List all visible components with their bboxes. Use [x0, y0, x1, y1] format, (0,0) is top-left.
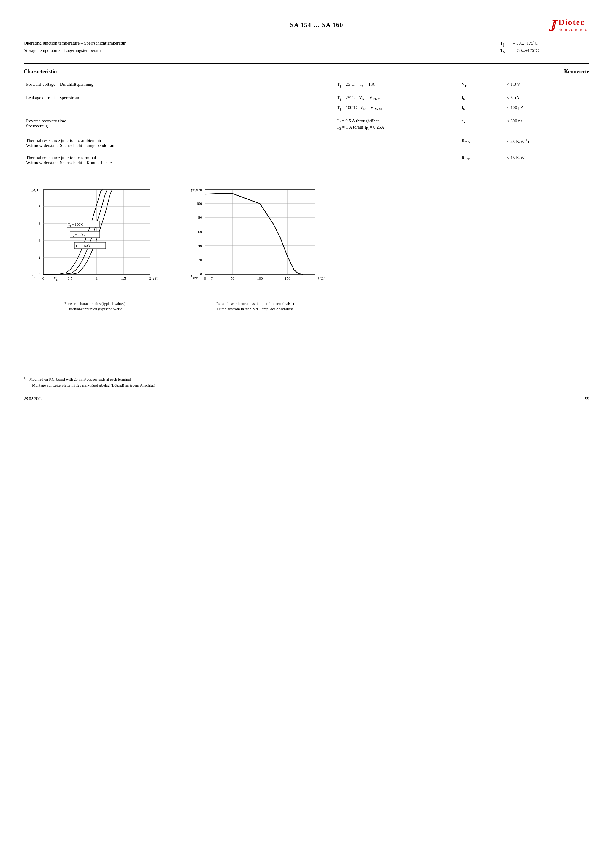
svg-text:80: 80 [198, 215, 202, 220]
lc-cond-2: Tj = 100˚C VR = VRRM [335, 103, 459, 113]
svg-text:50: 50 [231, 276, 235, 281]
char-row-thermal-ambient: Thermal resistance junction to ambient a… [24, 136, 589, 150]
characteristics-title: Characteristics [24, 68, 59, 75]
svg-text:T: T [211, 276, 213, 281]
chart1-area: 0 2 4 6 8 10 [A] 0 0,5 1 1,5 2 [V] V F I… [27, 185, 163, 299]
temp-specs: Operating junction temperature – Sperrsc… [24, 41, 589, 54]
char-row-thermal-terminal: Thermal resistance junction to terminal … [24, 153, 589, 167]
chart1-caption: Forward characteristics (typical values)… [27, 301, 163, 312]
logo-area: 𝕁 Diotec Semiconductor [550, 18, 589, 32]
svg-text:F: F [56, 279, 58, 281]
svg-text:20: 20 [198, 258, 202, 262]
footer-page: 99 [585, 397, 589, 401]
fv-param: Forward voltage – Durchlaßspannung [24, 80, 335, 90]
tt-value: < 15 K/W [505, 153, 589, 167]
svg-text:120: 120 [197, 188, 202, 192]
ta-cond [335, 136, 459, 150]
char-row-recovery: Reverse recovery timeSperrverzug IF = 0.… [24, 117, 589, 133]
footer-note-2: Montage auf Leiterplatte mit 25 mm² Kupf… [32, 383, 589, 388]
lc-value-1: < 5 μA [505, 93, 589, 103]
svg-text:I: I [31, 274, 33, 278]
svg-text:10: 10 [37, 188, 40, 192]
page-header: SA 154 … SA 160 𝕁 Diotec Semiconductor [24, 18, 589, 35]
section-divider [24, 63, 589, 64]
logo-brand: Diotec [559, 18, 589, 27]
svg-text:0,5: 0,5 [68, 276, 73, 281]
char-row-forward-voltage: Forward voltage – Durchlaßspannung Tj = … [24, 80, 589, 90]
svg-text:6: 6 [39, 221, 41, 226]
fv-value: < 1.3 V [505, 80, 589, 90]
svg-text:4: 4 [39, 238, 41, 243]
tt-symbol: RthT [459, 153, 505, 167]
characteristics-table: Forward voltage – Durchlaßspannung Tj = … [24, 80, 589, 167]
logo-icon: 𝕁 [550, 19, 556, 31]
footer-divider [24, 375, 83, 375]
chart2-container: 0 20 40 60 80 100 120 [%] 0 50 100 150 [… [184, 182, 327, 315]
chart1-svg: 0 2 4 6 8 10 [A] 0 0,5 1 1,5 2 [V] V F I… [27, 185, 164, 298]
svg-text:0: 0 [42, 276, 45, 281]
fv-cond: Tj = 25˚C IF = 1 A [335, 80, 459, 90]
svg-text:[V]: [V] [153, 276, 158, 281]
temp-label-2: Storage temperature – Lagerungstemperatu… [24, 48, 102, 54]
svg-text:Tj = 25˚C: Tj = 25˚C [71, 233, 85, 237]
chart2-svg: 0 20 40 60 80 100 120 [%] 0 50 100 150 [… [187, 185, 330, 298]
svg-text:100: 100 [257, 276, 263, 281]
svg-text:40: 40 [198, 243, 202, 248]
chart2-area: 0 20 40 60 80 100 120 [%] 0 50 100 150 [… [187, 185, 323, 299]
footer-date: 28.02.2002 [24, 397, 42, 401]
temp-value-1: Tj – 50...+175˚C [500, 41, 589, 47]
ta-value: < 45 K/W 1) [505, 136, 589, 150]
temp-value-2: TS – 50...+175˚C [500, 48, 589, 54]
characteristics-header: Characteristics Kennwerte [24, 68, 589, 75]
svg-text:[%]: [%] [191, 188, 197, 192]
footer-bottom: 28.02.2002 99 [24, 397, 589, 401]
svg-text:0: 0 [204, 276, 206, 281]
svg-text:0: 0 [200, 272, 202, 276]
tt-param: Thermal resistance junction to terminal … [24, 153, 335, 167]
tt-cond [335, 153, 459, 167]
char-row-leakage: Leakage current – Sperrstrom Tj = 25˚C V… [24, 93, 589, 103]
kennwerte-title: Kennwerte [564, 68, 589, 75]
svg-text:1,5: 1,5 [121, 276, 126, 281]
lc-symbol-1: IR [459, 93, 505, 103]
logo-sub: Semiconductor [559, 27, 589, 32]
svg-text:2: 2 [149, 276, 151, 281]
footer: 1) Mounted on P.C. board with 25 mm² cop… [24, 375, 589, 401]
temp-label-1: Operating junction temperature – Sperrsc… [24, 41, 125, 47]
rr-param: Reverse recovery timeSperrverzug [24, 117, 335, 133]
lc-value-2: < 100 μA [505, 103, 589, 113]
rr-symbol: trr [459, 117, 505, 133]
fv-symbol: VF [459, 80, 505, 90]
svg-text:FAV: FAV [193, 277, 198, 280]
logo-text: Diotec Semiconductor [559, 18, 589, 32]
chart2-caption: Rated forward current vs. temp. of the t… [187, 301, 323, 312]
rr-cond: IF = 0.5 A through/über IR = 1 A to/auf … [335, 117, 459, 133]
footer-note: 1) Mounted on P.C. board with 25 mm² cop… [24, 376, 589, 382]
svg-text:F: F [34, 276, 36, 279]
lc-param: Leakage current – Sperrstrom [24, 93, 335, 113]
svg-text:100: 100 [197, 201, 202, 206]
svg-text:[A]: [A] [31, 188, 37, 192]
svg-text:I: I [190, 274, 192, 278]
rr-value: < 300 ns [505, 117, 589, 133]
svg-text:150: 150 [285, 276, 291, 281]
lc-cond-1: Tj = 25˚C VR = VRRM [335, 93, 459, 103]
svg-text:2: 2 [39, 255, 41, 259]
svg-text:1: 1 [96, 276, 98, 281]
chart1-container: 0 2 4 6 8 10 [A] 0 0,5 1 1,5 2 [V] V F I… [24, 182, 166, 315]
ta-param: Thermal resistance junction to ambient a… [24, 136, 335, 150]
lc-symbol-2: IR [459, 103, 505, 113]
svg-text:0: 0 [39, 272, 41, 276]
page-title: SA 154 … SA 160 [83, 21, 550, 29]
ta-symbol: RthA [459, 136, 505, 150]
svg-text:60: 60 [198, 229, 202, 234]
svg-text:8: 8 [39, 204, 41, 209]
svg-text:[˚C]: [˚C] [318, 276, 325, 281]
svg-text:r: r [214, 279, 215, 281]
charts-section: 0 2 4 6 8 10 [A] 0 0,5 1 1,5 2 [V] V F I… [24, 182, 589, 315]
